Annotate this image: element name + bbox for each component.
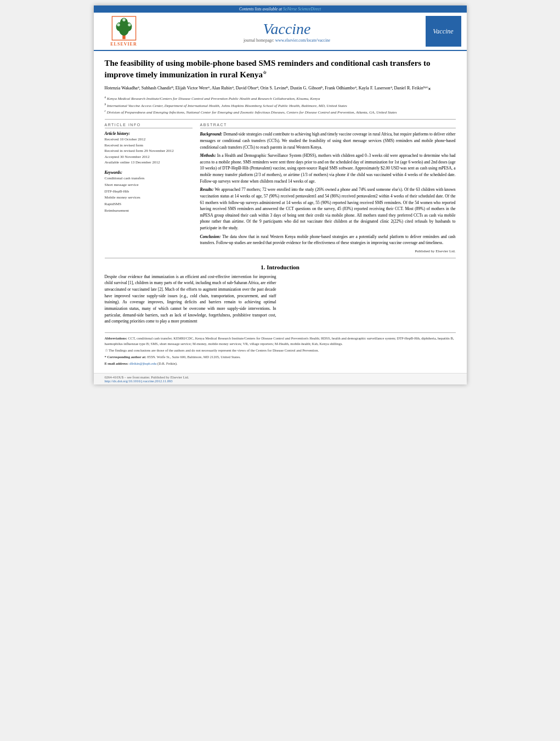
- star-footnote: ☆ The findings and conclusions are those…: [105, 348, 456, 353]
- contents-available-text: Contents lists available at: [239, 7, 282, 12]
- keyword-1: Conditional cash transfers: [105, 176, 193, 182]
- journal-name: Vaccine: [263, 20, 310, 38]
- intro-col-right: [284, 274, 456, 327]
- email-link[interactable]: dfeikin@jhsph.edu: [129, 361, 157, 365]
- keywords-label: Keywords:: [105, 170, 193, 175]
- doi-bar: 0264-410X/$ – see front matter. Publishe…: [94, 373, 467, 384]
- journal-homepage: journal homepage: www.elsevier.com/locat…: [244, 38, 330, 43]
- article-info-column: ARTICLE INFO Article history: Received 1…: [105, 123, 193, 254]
- intro-paragraph: Despite clear evidence that immunization…: [105, 274, 276, 325]
- svg-point-7: [122, 19, 125, 21]
- sciencedirect-bar: Contents lists available at SciVerse Sci…: [94, 5, 467, 13]
- email-footnote: E-mail address: dfeikin@jhsph.edu (D.R. …: [105, 361, 456, 366]
- abstract-text: Background: Demand-side strategies could…: [200, 131, 456, 254]
- doi-link[interactable]: http://dx.doi.org/10.1016/j.vaccine.2012…: [105, 379, 173, 383]
- history-label: Article history:: [105, 131, 193, 136]
- keywords-section: Keywords: Conditional cash transfers Sho…: [105, 170, 193, 214]
- abstract-label: ABSTRACT: [200, 123, 456, 128]
- abbreviations: Abbreviations: CCT, conditional cash tra…: [105, 336, 456, 347]
- keyword-4: Mobile money services: [105, 195, 193, 201]
- corresponding-footnote: * Corresponding author at: 855N. Wolfe S…: [105, 354, 456, 360]
- abstract-column: ABSTRACT Background: Demand-side strateg…: [200, 123, 456, 254]
- affiliations: a Kenya Medical Research Institute/Cente…: [105, 95, 456, 116]
- introduction-columns: Despite clear evidence that immunization…: [105, 274, 456, 327]
- footnotes: Abbreviations: CCT, conditional cash tra…: [105, 332, 456, 366]
- journal-header: ELSEVIER Vaccine journal homepage: www.e…: [94, 13, 467, 51]
- published-by: Published by Elsevier Ltd.: [200, 248, 456, 254]
- keyword-2: Short message service: [105, 182, 193, 189]
- received-text: Received 10 October 2012: [105, 137, 193, 143]
- journal-title-block: Vaccine journal homepage: www.elsevier.c…: [153, 16, 421, 47]
- revised-text: Received in revised form Received in rev…: [105, 143, 193, 154]
- elsevier-tree-icon: [110, 16, 138, 41]
- sciencedirect-link[interactable]: SciVerse ScienceDirect: [283, 7, 321, 12]
- abstract-background: Background: Demand-side strategies could…: [200, 131, 456, 150]
- svg-point-6: [128, 24, 131, 26]
- title-sup: ☆: [263, 70, 267, 75]
- vaccine-logo-box: Vaccine: [426, 16, 461, 47]
- keywords-list: Conditional cash transfers Short message…: [105, 176, 193, 214]
- article-title: The feasibility of using mobile-phone ba…: [105, 58, 456, 81]
- homepage-label: journal homepage:: [244, 38, 274, 43]
- keyword-3: DTP-HepB-Hib: [105, 189, 193, 195]
- keyword-6: Reimbursement: [105, 208, 193, 214]
- article-page: Contents lists available at SciVerse Sci…: [94, 5, 467, 384]
- intro-col-left: Despite clear evidence that immunization…: [105, 274, 276, 327]
- elsevier-text: ELSEVIER: [110, 42, 137, 47]
- issn-text: 0264-410X/$ – see front matter. Publishe…: [105, 375, 189, 379]
- introduction-title: 1. Introduction: [105, 264, 456, 270]
- abstract-conclusion: Conclusion: The data show that in rural …: [200, 234, 456, 246]
- accepted-text: Accepted 30 November 2012: [105, 154, 193, 160]
- vaccine-logo-text: Vaccine: [433, 27, 453, 36]
- divider-1: [105, 119, 456, 120]
- abstract-methods: Methods: In a Health and Demographic Sur…: [200, 152, 456, 184]
- homepage-link[interactable]: www.elsevier.com/locate/vaccine: [275, 38, 330, 43]
- article-info-label: ARTICLE INFO: [105, 123, 193, 128]
- divider-2: [105, 258, 456, 258]
- authors-line: Hotenzia Wakadhaᵃ, Subhash Chandirᵇ, Eli…: [105, 85, 456, 92]
- abstract-results: Results: We approached 77 mothers; 72 we…: [200, 186, 456, 231]
- history-section: Article history: Received 10 October 201…: [105, 131, 193, 166]
- svg-point-5: [117, 24, 120, 26]
- introduction-section: 1. Introduction Despite clear evidence t…: [105, 264, 456, 327]
- article-body: The feasibility of using mobile-phone ba…: [94, 51, 467, 373]
- elsevier-logo: ELSEVIER: [99, 16, 149, 47]
- online-text: Available online 13 December 2012: [105, 160, 193, 166]
- keyword-5: RapidSMS: [105, 201, 193, 208]
- article-info-abstract-columns: ARTICLE INFO Article history: Received 1…: [105, 123, 456, 254]
